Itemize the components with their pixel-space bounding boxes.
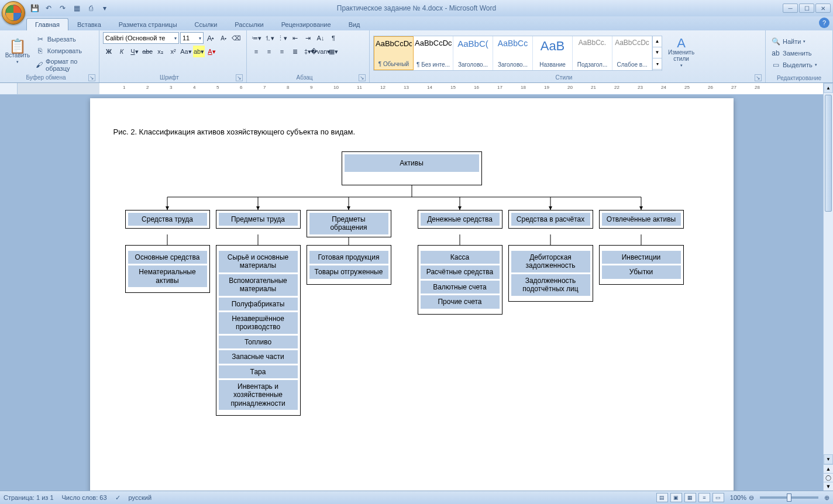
numbering-button[interactable]: ⒈▾ [263,32,275,44]
document-area[interactable]: Рис. 2. Классификация активов хозяйствую… [0,95,823,491]
diagram-branch-title: Средства труда [128,213,207,226]
replace-button[interactable]: abЗаменить [769,48,819,58]
tab-рецензирование[interactable]: Рецензирование [273,18,340,30]
underline-button[interactable]: Ч▾ [129,46,140,57]
paragraph-dialog-launcher[interactable]: ↘ [359,74,366,81]
find-button[interactable]: 🔍Найти▾ [769,36,819,47]
show-marks-button[interactable]: ¶ [328,32,339,44]
status-proofing-icon[interactable]: ✓ [115,494,121,502]
editing-group-label: Редактирование [777,75,821,81]
diagram-item: Расчётные средства [421,265,500,278]
style-item[interactable]: AaBbCc.Подзагол... [573,36,612,70]
status-words[interactable]: Число слов: 63 [62,494,107,501]
bold-button[interactable]: Ж [103,46,115,57]
styles-row-down[interactable]: ▼ [653,47,662,58]
superscript-button[interactable]: x² [167,46,179,57]
paste-button[interactable]: 📋 Вставить ▾ [4,40,32,65]
increase-indent-button[interactable]: ⇥ [302,32,314,44]
align-right-button[interactable]: ≡ [276,46,288,57]
tab-рассылки[interactable]: Рассылки [226,18,272,30]
view-print-layout-button[interactable]: ▤ [656,493,668,502]
sort-button[interactable]: A↓ [315,32,326,44]
font-color-button[interactable]: A▾ [206,46,218,57]
change-styles-button[interactable]: A Изменить стили ▾ [665,37,698,69]
borders-button[interactable]: ▦▾ [328,46,339,57]
qat-undo-icon[interactable]: ↶ [43,3,54,13]
font-dialog-launcher[interactable]: ↘ [236,74,243,81]
diagram-item: Запасные части [219,350,298,363]
next-page-button[interactable]: ▼ [824,482,833,491]
view-full-screen-button[interactable]: ▣ [670,493,682,502]
style-item[interactable]: AaBbCcDc¶ Без инте... [414,36,453,70]
subscript-button[interactable]: x₂ [154,46,166,57]
minimize-button[interactable]: ─ [783,4,798,13]
title-bar: 💾 ↶ ↷ ▦ ⎙ ▾ Практическое задание № 4.doc… [0,0,833,16]
style-item[interactable]: AaBbCcЗаголово... [493,36,533,70]
align-left-button[interactable]: ≡ [250,46,262,57]
view-outline-button[interactable]: ≡ [698,493,710,502]
multilevel-button[interactable]: ⋮▾ [276,32,288,44]
select-button[interactable]: ▭Выделить▾ [769,60,819,70]
tab-вставка[interactable]: Вставка [68,18,110,30]
style-preview: AaBbC( [455,39,491,49]
copy-icon: ⎘ [36,46,45,56]
qat-new-icon[interactable]: ▦ [71,3,82,13]
zoom-slider-thumb[interactable] [787,493,791,502]
qat-save-icon[interactable]: 💾 [29,3,40,13]
view-draft-button[interactable]: ▭ [712,493,724,502]
tab-вид[interactable]: Вид [340,18,369,30]
style-name: Название [534,61,571,68]
maximize-button[interactable]: ☐ [799,4,814,13]
horizontal-ruler[interactable]: 1234567891011121314151617181920212223242… [18,83,833,94]
status-page[interactable]: Страница: 1 из 1 [4,494,54,501]
align-center-button[interactable]: ≡ [263,46,275,57]
styles-row-up[interactable]: ▲ [653,36,662,47]
help-icon[interactable]: ? [819,18,829,28]
prev-page-button[interactable]: ▲ [824,464,833,473]
justify-button[interactable]: ≣ [289,46,301,57]
grow-font-button[interactable]: A▴ [205,32,216,44]
cut-button[interactable]: ✂Вырезать [34,34,95,44]
status-language[interactable]: русский [129,494,152,501]
decrease-indent-button[interactable]: ⇤ [289,32,301,44]
qat-print-icon[interactable]: ⎙ [85,3,96,13]
style-item[interactable]: AaBbCcDc¶ Обычный [374,36,414,70]
scroll-up-button[interactable]: ▲ [824,83,833,93]
font-name-combo[interactable]: Calibri (Основной те▾ [103,32,179,44]
close-button[interactable]: ✕ [815,4,831,13]
vertical-scrollbar[interactable]: ▲ ▼ ▲ ◯ ▼ [823,83,833,491]
shading-button[interactable]: �van▾ [315,46,326,57]
font-size-combo[interactable]: 11▾ [180,32,204,44]
office-button[interactable] [2,1,25,25]
style-preview: AaBbCc [494,39,531,48]
highlight-button[interactable]: ab▾ [193,46,205,57]
style-preview: AaBbCc. [574,39,611,47]
clear-formatting-button[interactable]: ⌫ [230,32,242,44]
zoom-level[interactable]: 100% [730,494,746,501]
qat-redo-icon[interactable]: ↷ [57,3,68,13]
copy-button[interactable]: ⎘Копировать [34,46,95,56]
zoom-out-button[interactable]: ⊖ [749,494,754,502]
style-item[interactable]: AaBНазвание [533,36,573,70]
view-web-button[interactable]: ▦ [684,493,696,502]
scroll-down-button[interactable]: ▼ [824,454,833,464]
zoom-slider[interactable] [760,496,818,499]
tab-главная[interactable]: Главная [26,18,68,30]
browse-object-button[interactable]: ◯ [824,473,833,482]
bullets-button[interactable]: ≔▾ [250,32,262,44]
clipboard-dialog-launcher[interactable]: ↘ [88,74,95,81]
italic-button[interactable]: К [116,46,128,57]
styles-more[interactable]: ▾ [653,58,662,70]
style-item[interactable]: AaBbCcDcСлабое в... [612,36,652,70]
qat-customize-icon[interactable]: ▾ [99,3,110,13]
zoom-in-button[interactable]: ⊕ [824,494,829,502]
format-painter-button[interactable]: 🖌Формат по образцу [34,57,95,73]
style-item[interactable]: AaBbC(Заголово... [453,36,493,70]
tab-разметка-страницы[interactable]: Разметка страницы [110,18,186,30]
scroll-thumb[interactable] [825,95,832,212]
tab-ссылки[interactable]: Ссылки [186,18,226,30]
shrink-font-button[interactable]: A▾ [218,32,229,44]
styles-dialog-launcher[interactable]: ↘ [755,74,762,81]
change-case-button[interactable]: Aa▾ [180,46,192,57]
strikethrough-button[interactable]: abc [142,46,153,57]
